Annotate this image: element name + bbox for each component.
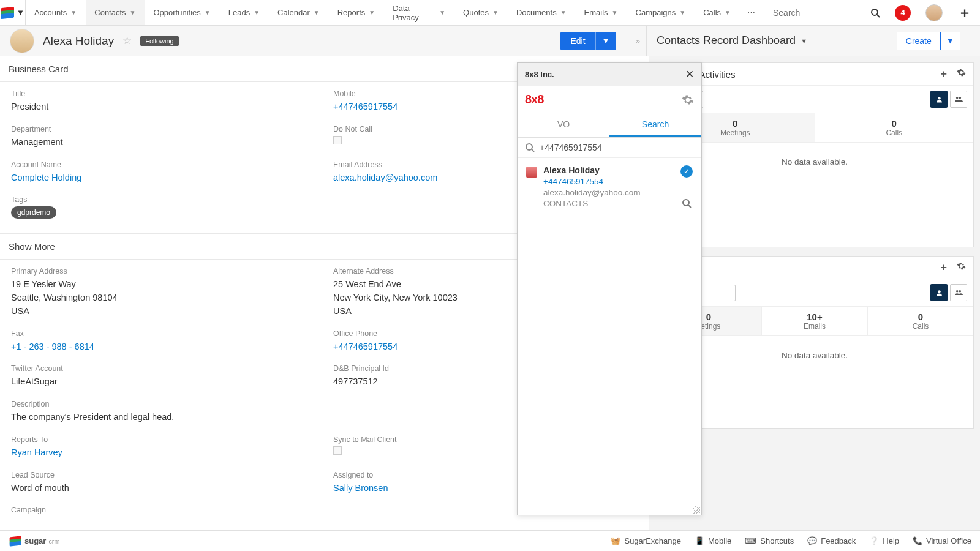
nav-item-emails[interactable]: Emails▼: [576, 0, 627, 25]
stat-calls[interactable]: 0Calls: [815, 113, 974, 142]
stat-calls[interactable]: 0Calls: [868, 307, 973, 335]
notifications[interactable]: 4: [886, 0, 919, 25]
record-name: Alexa Holiday: [43, 34, 114, 48]
avatar-icon: [925, 4, 943, 21]
global-search[interactable]: [764, 0, 886, 25]
nav-label: Opportunities: [153, 8, 200, 17]
app-logo[interactable]: ▼: [0, 0, 26, 25]
plus-icon[interactable]: +: [941, 261, 947, 274]
footer-feedback[interactable]: 💬Feedback: [807, 536, 856, 545]
chevron-down-icon: ▼: [17, 8, 24, 17]
result-email: alexa.holiday@yahoo.com: [543, 188, 674, 197]
chevron-down-icon: ▼: [205, 9, 211, 16]
create-button[interactable]: Create: [897, 32, 940, 50]
cart-icon: 🧺: [611, 536, 620, 545]
nav-item-campaigns[interactable]: Campaigns▼: [627, 0, 695, 25]
edit-dropdown[interactable]: ▼: [595, 32, 616, 50]
collapse-sidepane[interactable]: »: [630, 36, 646, 45]
sync-mail-checkbox[interactable]: [333, 446, 342, 455]
popup-brand-row: 8x8: [518, 86, 701, 113]
resize-handle[interactable]: [693, 506, 700, 514]
do-not-call-checkbox[interactable]: [333, 136, 342, 144]
gear-icon[interactable]: [957, 261, 966, 274]
svg-point-0: [872, 9, 878, 15]
nav-item-calls[interactable]: Calls▼: [695, 0, 740, 25]
footer-brand-b: crm: [48, 538, 59, 545]
value-twitter: LifeAtSugar: [11, 375, 316, 389]
footer-help[interactable]: ❔Help: [869, 536, 899, 545]
footer-mobile[interactable]: 📱Mobile: [695, 536, 731, 545]
chevron-down-icon[interactable]: ▼: [801, 37, 807, 45]
following-badge[interactable]: Following: [140, 36, 178, 46]
tag-pill[interactable]: gdprdemo: [11, 206, 56, 219]
popup-8x8: 8x8 Inc. ✕ 8x8 VO Search Alexa Holiday +…: [517, 62, 702, 515]
favorite-star-icon[interactable]: ☆: [123, 34, 132, 47]
result-body: Alexa Holiday +447465917554 alexa.holida…: [543, 165, 674, 208]
search-input[interactable]: [773, 8, 853, 18]
value-reports-to[interactable]: Ryan Harvey: [11, 446, 316, 460]
svg-line-1: [877, 15, 880, 17]
team-items-toggle[interactable]: [950, 284, 967, 301]
nav-item-opportunities[interactable]: Opportunities▼: [145, 0, 219, 25]
popup-title: 8x8 Inc.: [525, 70, 554, 79]
chevron-down-icon: ▼: [254, 9, 260, 16]
plus-icon[interactable]: +: [941, 68, 947, 80]
footer-logo[interactable]: sugarcrm: [9, 536, 59, 547]
record-avatar: [10, 29, 34, 53]
footer-sugarexchange[interactable]: 🧺SugarExchange: [611, 536, 681, 545]
nav-item-contacts[interactable]: Contacts▼: [86, 0, 145, 25]
close-icon[interactable]: ✕: [685, 68, 694, 81]
my-items-toggle[interactable]: [930, 284, 948, 301]
tab-vo[interactable]: VO: [518, 113, 609, 137]
svg-point-4: [959, 97, 962, 99]
nav-label: Quotes: [463, 8, 489, 17]
user-menu[interactable]: [919, 0, 949, 25]
tab-search[interactable]: Search: [609, 113, 701, 137]
nav-item-accounts[interactable]: Accounts▼: [26, 0, 86, 25]
stack-icon: [10, 536, 21, 545]
svg-point-2: [938, 97, 940, 99]
gear-icon[interactable]: [957, 68, 966, 80]
chevron-down-icon: ▼: [560, 9, 567, 16]
no-data-message: No data available.: [656, 143, 973, 247]
quick-create[interactable]: ＋: [949, 0, 980, 25]
phone-handset-icon: 📞: [913, 536, 922, 545]
svg-point-8: [526, 144, 532, 150]
create-dropdown[interactable]: ▼: [940, 32, 960, 50]
nav-label: Calls: [703, 8, 721, 17]
search-result[interactable]: Alexa Holiday +447465917554 alexa.holida…: [518, 158, 701, 216]
search-icon[interactable]: [682, 198, 692, 208]
footer-virtual-office[interactable]: 📞Virtual Office: [913, 536, 971, 545]
my-items-toggle[interactable]: [930, 91, 948, 108]
value-fax[interactable]: +1 - 263 - 988 - 6814: [11, 340, 316, 354]
search-icon[interactable]: [870, 8, 880, 18]
edit-button[interactable]: Edit: [560, 32, 595, 50]
nav-label: Emails: [584, 8, 608, 17]
svg-line-9: [532, 149, 534, 152]
popup-tabs: VO Search: [518, 113, 701, 138]
nav-item-leads[interactable]: Leads▼: [220, 0, 269, 25]
nav-item-reports[interactable]: Reports▼: [329, 0, 384, 25]
value-department: Management: [11, 136, 316, 149]
nav-label: Documents: [516, 8, 557, 17]
nav-item-data-privacy[interactable]: Data Privacy▼: [384, 0, 454, 25]
chevron-down-icon: ▼: [612, 9, 618, 16]
nav-item-quotes[interactable]: Quotes▼: [454, 0, 508, 25]
chevron-down-icon: ▼: [492, 9, 499, 16]
nav-more[interactable]: ⋯: [740, 0, 764, 25]
footer-shortcuts[interactable]: ⌨Shortcuts: [745, 536, 794, 545]
result-phone[interactable]: +447465917554: [543, 177, 674, 186]
team-items-toggle[interactable]: [950, 91, 967, 108]
nav-item-documents[interactable]: Documents▼: [508, 0, 576, 25]
value-account[interactable]: Complete Holding: [11, 171, 316, 185]
popup-search-input[interactable]: [540, 143, 694, 152]
chevron-down-icon: ▼: [439, 9, 445, 16]
dashlet-planned-activities: Planned Activities + uture 0Meetings 0Ca…: [655, 62, 974, 247]
nav-item-calendar[interactable]: Calendar▼: [269, 0, 329, 25]
label-fax: Fax: [11, 329, 316, 338]
gear-icon[interactable]: [682, 94, 694, 106]
stat-emails[interactable]: 10+Emails: [762, 307, 868, 335]
result-actions: ✓: [680, 165, 693, 208]
selected-check-icon[interactable]: ✓: [680, 165, 693, 178]
popup-titlebar[interactable]: 8x8 Inc. ✕: [518, 63, 701, 86]
